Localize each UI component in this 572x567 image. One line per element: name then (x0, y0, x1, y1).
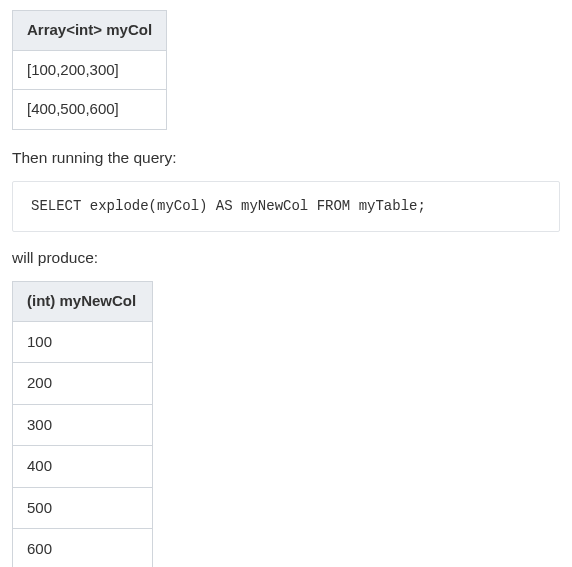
table-cell: [400,500,600] (13, 90, 167, 130)
table-cell: 100 (13, 321, 153, 363)
table-cell: 500 (13, 487, 153, 529)
table-row: 400 (13, 446, 153, 488)
table-row: 500 (13, 487, 153, 529)
table-cell: 600 (13, 529, 153, 568)
table-row: 600 (13, 529, 153, 568)
table-row: [100,200,300] (13, 50, 167, 90)
table-cell: 200 (13, 363, 153, 405)
table-cell: 300 (13, 404, 153, 446)
output-table-header: (int) myNewCol (13, 282, 153, 322)
input-table-header: Array<int> myCol (13, 11, 167, 51)
table-row: 100 (13, 321, 153, 363)
output-table: (int) myNewCol 100 200 300 400 500 600 (12, 281, 153, 567)
table-row: [400,500,600] (13, 90, 167, 130)
table-row: 300 (13, 404, 153, 446)
table-row: 200 (13, 363, 153, 405)
then-running-text: Then running the query: (12, 146, 560, 169)
table-cell: [100,200,300] (13, 50, 167, 90)
table-cell: 400 (13, 446, 153, 488)
input-table: Array<int> myCol [100,200,300] [400,500,… (12, 10, 167, 130)
will-produce-text: will produce: (12, 246, 560, 269)
sql-code-block: SELECT explode(myCol) AS myNewCol FROM m… (12, 181, 560, 232)
